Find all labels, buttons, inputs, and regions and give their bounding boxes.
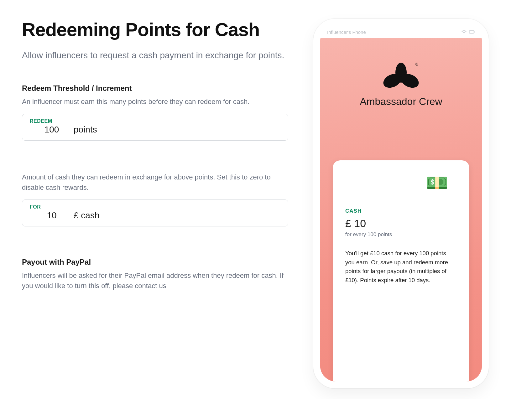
svg-rect-1 — [474, 31, 475, 33]
page-title: Redeeming Points for Cash — [22, 19, 288, 40]
cash-amount-input[interactable] — [30, 210, 74, 220]
phone-status-title: Influencer's Phone — [327, 29, 366, 35]
page-subtitle: Allow influencers to request a cash paym… — [22, 49, 288, 62]
cash-amount-unit: £ cash — [74, 210, 100, 220]
wifi-icon — [461, 29, 467, 35]
card-cash-amount: £ 10 — [345, 217, 457, 230]
card-cash-label: CASH — [345, 208, 457, 214]
cash-card: 💵 CASH £ 10 for every 100 points You'll … — [333, 160, 469, 381]
phone-statusbar: Influencer's Phone — [320, 26, 482, 38]
battery-icon — [469, 29, 475, 35]
phone-mockup: Influencer's Phone — [313, 19, 489, 388]
brand-logo-icon: © — [379, 60, 423, 88]
money-emoji-icon: 💵 — [426, 174, 448, 192]
redeem-threshold-heading: Redeem Threshold / Increment — [22, 84, 288, 93]
svg-rect-0 — [469, 30, 474, 33]
paypal-desc: Influencers will be asked for their PayP… — [22, 270, 288, 291]
paypal-heading: Payout with PayPal — [22, 258, 288, 267]
cash-field-label: FOR — [30, 204, 280, 210]
redeem-points-unit: points — [74, 125, 97, 135]
svg-text:©: © — [415, 62, 418, 67]
redeem-field-box[interactable]: REDEEM points — [22, 114, 288, 141]
card-cash-desc: You'll get £10 cash for every 100 points… — [345, 249, 457, 285]
cash-amount-desc: Amount of cash they can redeem in exchan… — [22, 172, 288, 193]
card-cash-sub: for every 100 points — [345, 231, 457, 238]
redeem-threshold-desc: An influencer must earn this many points… — [22, 96, 288, 107]
redeem-points-input[interactable] — [30, 125, 74, 135]
brand-name: Ambassador Crew — [320, 96, 482, 107]
cash-field-box[interactable]: FOR £ cash — [22, 200, 288, 226]
redeem-field-label: REDEEM — [30, 118, 280, 124]
